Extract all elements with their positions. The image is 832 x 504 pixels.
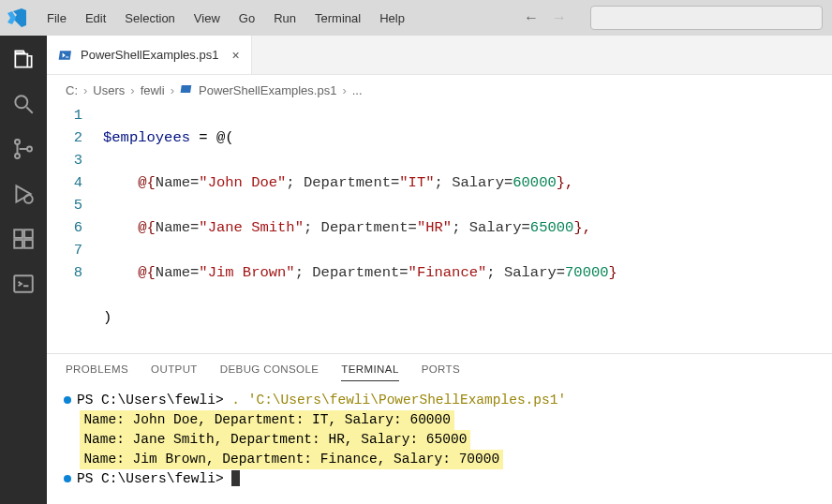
code-token: = @( <box>190 129 234 146</box>
code-body[interactable]: $employees = @( @{Name="John Doe"; Depar… <box>103 104 832 353</box>
editor-content: PowerShellExamples.ps1 × C:› Users› fewl… <box>47 36 832 504</box>
line-number: 7 <box>47 239 82 261</box>
terminal-line: PS C:\Users\fewli> . 'C:\Users\fewli\Pow… <box>64 391 815 410</box>
menu-file[interactable]: File <box>37 6 76 31</box>
chevron-right-icon: › <box>83 83 87 97</box>
explorer-icon[interactable] <box>11 47 36 71</box>
activity-bar <box>0 36 47 504</box>
terminal-view[interactable]: PS C:\Users\fewli> . 'C:\Users\fewli\Pow… <box>47 381 832 504</box>
extensions-icon[interactable] <box>11 227 36 251</box>
menu-selection[interactable]: Selection <box>115 6 184 31</box>
panel-tab-debug-console[interactable]: DEBUG CONSOLE <box>220 363 319 381</box>
prompt-dot-icon <box>64 396 71 404</box>
code-token: } <box>609 264 617 281</box>
code-token: @{ <box>138 219 156 236</box>
tab-label: PowerShellExamples.ps1 <box>81 48 218 62</box>
terminal-output: Name: John Doe, Department: IT, Salary: … <box>80 410 454 430</box>
line-number: 1 <box>47 104 82 126</box>
terminal-panel-icon[interactable] <box>11 272 36 296</box>
breadcrumb[interactable]: C:› Users› fewli› PowerShellExamples.ps1… <box>47 75 832 100</box>
panel-tab-problems[interactable]: PROBLEMS <box>66 363 128 381</box>
close-icon[interactable]: × <box>231 48 239 63</box>
line-number: 2 <box>47 126 82 149</box>
code-token: Name= <box>156 219 200 236</box>
code-token: ) <box>103 309 111 326</box>
line-number: 3 <box>47 149 82 171</box>
vscode-logo-icon <box>6 7 28 29</box>
breadcrumb-part[interactable]: fewli <box>141 83 165 97</box>
terminal-output: Name: Jane Smith, Department: HR, Salary… <box>80 430 470 450</box>
terminal-prompt: PS C:\Users\fewli> <box>77 471 231 486</box>
chevron-right-icon: › <box>130 83 134 97</box>
terminal-output: Name: Jim Brown, Department: Finance, Sa… <box>80 450 503 469</box>
line-number: 4 <box>47 171 82 194</box>
line-number: 6 <box>47 216 82 239</box>
command-center-search[interactable] <box>590 6 823 30</box>
code-editor[interactable]: 1 2 3 4 5 6 7 8 $employees = @( @{Name="… <box>47 100 832 353</box>
menu-terminal[interactable]: Terminal <box>305 6 370 31</box>
svg-point-3 <box>15 154 20 158</box>
nav-back-icon[interactable]: ← <box>523 9 540 26</box>
code-token: 60000 <box>513 174 557 191</box>
code-token: Department= <box>295 174 400 191</box>
terminal-prompt: PS C:\Users\fewli> <box>77 393 231 408</box>
svg-rect-8 <box>14 240 22 248</box>
panel-tab-ports[interactable]: PORTS <box>422 363 460 381</box>
code-token: Salary= <box>460 219 529 236</box>
chevron-right-icon: › <box>171 83 174 97</box>
terminal-line: Name: Jim Brown, Department: Finance, Sa… <box>64 450 815 469</box>
breadcrumb-part[interactable]: C: <box>66 83 78 97</box>
tab-powershellexamples[interactable]: PowerShellExamples.ps1 × <box>47 36 252 74</box>
svg-point-5 <box>24 195 33 203</box>
code-token: "IT" <box>399 174 434 191</box>
code-token: "Jane Smith" <box>199 219 304 236</box>
main-area: PowerShellExamples.ps1 × C:› Users› fewl… <box>0 36 832 504</box>
svg-line-1 <box>26 107 33 113</box>
code-token: }, <box>557 174 574 191</box>
code-token: "John Doe" <box>199 174 286 191</box>
svg-rect-10 <box>14 275 33 291</box>
menu-edit[interactable]: Edit <box>76 6 115 31</box>
breadcrumb-part[interactable]: PowerShellExamples.ps1 <box>199 83 336 97</box>
code-token: 65000 <box>530 219 574 236</box>
source-control-icon[interactable] <box>11 137 36 161</box>
code-token: $employees <box>103 129 190 146</box>
line-number: 5 <box>47 194 82 216</box>
chevron-right-icon: › <box>342 83 346 97</box>
menu-help[interactable]: Help <box>370 6 414 31</box>
bottom-panel: PROBLEMS OUTPUT DEBUG CONSOLE TERMINAL P… <box>47 353 832 504</box>
breadcrumb-part[interactable]: ... <box>352 83 363 97</box>
code-token: Name= <box>156 174 200 191</box>
menubar: File Edit Selection View Go Run Terminal… <box>0 0 832 36</box>
svg-point-4 <box>27 147 32 152</box>
svg-rect-7 <box>24 230 33 238</box>
code-token: @{ <box>138 174 156 191</box>
code-token: 70000 <box>565 264 609 281</box>
code-token: "HR" <box>417 219 452 236</box>
menu-view[interactable]: View <box>185 6 230 31</box>
breadcrumb-part[interactable]: Users <box>93 83 125 97</box>
panel-tabs: PROBLEMS OUTPUT DEBUG CONSOLE TERMINAL P… <box>47 354 832 381</box>
menu-go[interactable]: Go <box>230 6 264 31</box>
code-token: "Jim Brown" <box>199 264 294 281</box>
svg-point-0 <box>15 96 27 108</box>
panel-tab-terminal[interactable]: TERMINAL <box>341 363 398 381</box>
nav-arrows: ← → <box>523 6 826 30</box>
prompt-dot-icon <box>64 475 71 482</box>
code-token: @{ <box>138 264 156 281</box>
search-icon[interactable] <box>11 92 36 116</box>
panel-tab-output[interactable]: OUTPUT <box>151 363 198 381</box>
run-debug-icon[interactable] <box>11 182 36 206</box>
menu-run[interactable]: Run <box>264 6 305 31</box>
code-token: Salary= <box>443 174 513 191</box>
code-token: Department= <box>304 264 409 281</box>
terminal-line: Name: John Doe, Department: IT, Salary: … <box>64 410 815 430</box>
powershell-file-icon <box>180 82 193 98</box>
code-token: }, <box>573 219 591 236</box>
code-token: Department= <box>312 219 417 236</box>
terminal-command: . 'C:\Users\fewli\PowerShellExamples.ps1… <box>231 393 566 408</box>
line-number-gutter: 1 2 3 4 5 6 7 8 <box>47 104 103 353</box>
nav-forward-icon[interactable]: → <box>551 9 568 26</box>
svg-rect-9 <box>24 240 33 248</box>
powershell-file-icon <box>58 48 73 63</box>
